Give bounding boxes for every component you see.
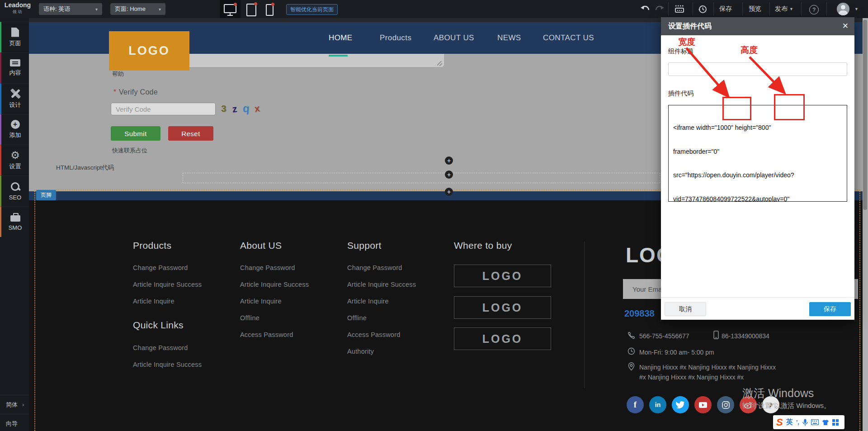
footer-link[interactable]: Authority [347,348,374,355]
wizard-label: 向导 [6,420,18,428]
briefcase-icon [10,213,20,222]
search-icon [10,182,20,192]
content-icon [10,59,20,66]
close-icon[interactable]: ✕ [842,21,849,31]
scrollbar-thumb[interactable] [863,20,867,210]
sidebar-item-add[interactable]: + 添加 [0,114,29,145]
nav-home-underline [329,55,348,57]
partner-logo-box[interactable]: LOGO [454,296,551,319]
sidebar-item-seo[interactable]: SEO [0,175,29,206]
component-title-input[interactable] [668,62,847,76]
footer-link[interactable]: Article Inquire Success [133,361,202,368]
sidebar-item-design[interactable]: 设计 [0,83,29,114]
partner-logo-box[interactable]: LOGO [454,327,551,350]
footer-link[interactable]: Offline [347,314,367,322]
add-section-button[interactable]: + [445,171,453,179]
resize-grip-line [439,63,442,66]
sidebar-item-label: SEO [9,194,21,201]
footer-link[interactable]: Article Inquire Success [133,281,202,288]
footer-link[interactable]: Change Password [347,264,402,271]
ime-toolbar[interactable]: S 英 ’, [773,415,844,429]
microphone-icon[interactable] [802,419,808,426]
footer-section-badge[interactable]: 页脚 [36,190,56,200]
tablet-view-button[interactable] [246,4,256,16]
publish-button[interactable]: 发布 ▼ [775,0,793,18]
account-chevron-down-icon[interactable]: ▼ [854,7,859,11]
footer-link[interactable]: Article Inquire [347,298,389,305]
footer-col-title: Quick Links [133,320,184,331]
skin-icon[interactable] [822,419,829,426]
preview-button[interactable]: 预览 [749,0,761,18]
footer-phone-link[interactable]: 209838 [624,308,655,319]
smart-optimize-button[interactable]: 智能优化当前页面 [286,4,338,15]
editor-sidebar: 页面 内容 设计 + 添加 ⚙ 设置 SE [0,18,29,431]
nav-about-us[interactable]: ABOUT US [434,33,474,43]
resizable-text-widget[interactable] [183,54,444,67]
footer-link[interactable]: Article Inquire [133,298,175,305]
ime-punctuation-toggle[interactable]: ’, [796,419,799,426]
footer-phone[interactable]: 566-755-4556677 [639,332,689,340]
sidebar-item-label: 添加 [9,131,21,139]
code-line: src="https://open.douyin.com/player/vide… [673,171,842,180]
nav-home[interactable]: HOME [329,33,353,43]
footer-link[interactable]: Offline [240,314,259,322]
soft-keyboard-icon[interactable] [811,419,819,425]
footer-link[interactable]: Access Password [347,331,400,338]
youtube-icon[interactable] [694,396,712,413]
footer-link[interactable]: Article Inquire [240,298,282,305]
width-value-highlight [722,97,751,120]
empty-widget-placeholder[interactable] [183,173,660,183]
chevron-down-icon: ▼ [789,7,793,11]
footer-link[interactable]: Article Inquire Success [240,281,309,288]
sidebar-wizard[interactable]: 向导 [0,414,29,431]
undo-icon[interactable] [640,5,651,13]
save-button[interactable]: 保存 [719,0,732,18]
footer-link[interactable]: Article Inquire Success [347,281,416,288]
nav-contact-us[interactable]: CONTACT US [543,33,594,43]
history-icon[interactable] [698,5,707,14]
modal-header: 设置插件代码 [661,17,854,35]
language-dropdown[interactable]: 语种: 英语 ▾ [39,3,102,15]
sidebar-item-smo[interactable]: SMO [0,206,29,237]
footer-link[interactable]: Access Password [240,331,293,338]
add-section-button[interactable]: + [445,188,453,196]
help-label: 帮助 [112,70,124,78]
facebook-icon[interactable]: f [627,396,644,413]
site-logo[interactable]: LOGO [109,31,189,71]
toolbar-separator [801,2,802,16]
twitter-icon[interactable] [672,396,689,413]
reset-button[interactable]: Reset [168,126,213,141]
nav-news[interactable]: NEWS [497,33,521,43]
grid-sections-icon[interactable] [675,5,684,13]
add-section-button[interactable]: + [445,156,453,165]
sogou-logo-icon[interactable]: S [776,417,783,428]
footer-link[interactable]: Change Password [133,264,188,271]
plugin-code-textarea[interactable]: <iframe width="1000" height="800" frameb… [668,105,847,202]
partner-logo-box[interactable]: LOGO [454,265,551,287]
footer-link[interactable]: Change Password [240,264,295,271]
add-icon: + [11,120,20,129]
ime-language-toggle[interactable]: 英 [786,418,793,426]
cancel-button[interactable]: 取消 [665,302,706,316]
verify-code-input[interactable]: Verify Code [111,103,216,115]
tablet-notification-dot [254,2,257,5]
user-avatar[interactable] [837,3,849,15]
linkedin-icon[interactable]: in [649,396,666,413]
footer-mobile[interactable]: 86-13349000834 [722,332,769,340]
submit-button[interactable]: Submit [111,126,160,141]
publish-label: 发布 [775,5,788,13]
chevron-right-icon: › [22,401,24,408]
nav-products[interactable]: Products [380,33,411,43]
help-button[interactable]: ? [809,5,819,14]
toolbox-grid-icon[interactable] [832,419,839,426]
redo-icon[interactable] [654,5,665,13]
instagram-icon[interactable] [717,396,734,413]
sidebar-lang-switch[interactable]: 简体 › [0,395,29,414]
page-dropdown[interactable]: 页面: Home ▾ [110,3,165,15]
sidebar-item-content[interactable]: 内容 [0,52,29,83]
sidebar-item-settings[interactable]: ⚙ 设置 [0,145,29,175]
sidebar-item-page[interactable]: 页面 [0,22,29,52]
toolbar-separator [668,2,669,16]
save-button[interactable]: 保存 [809,302,851,316]
footer-link[interactable]: Change Password [133,344,188,351]
